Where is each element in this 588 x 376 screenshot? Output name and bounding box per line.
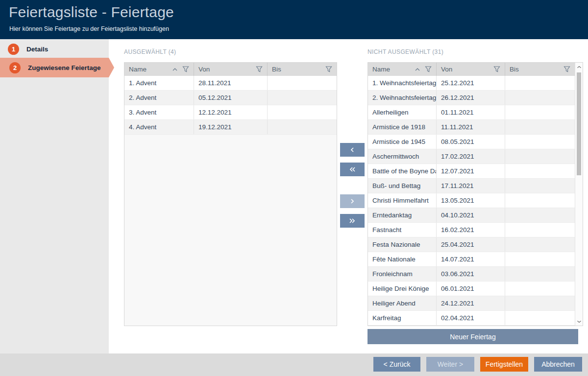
cell-bis	[505, 179, 575, 193]
cell-bis	[505, 164, 575, 178]
table-row[interactable]: Fête Nationale14.07.2021	[368, 252, 575, 267]
cell-name: Festa Nazionale	[368, 237, 437, 252]
table-row[interactable]: Erntedanktag04.10.2021	[368, 208, 575, 223]
cell-bis	[505, 135, 575, 149]
move-all-to-unselected-button[interactable]	[340, 214, 365, 228]
sort-ascending-icon	[172, 68, 178, 71]
unselected-holidays-table: Name Von Bis 1. Weihnachtsfeiertag25.12.…	[368, 62, 583, 326]
cell-von: 11.11.2021	[437, 120, 505, 134]
dialog-footer: < Zurück Weiter > Fertigstellen Abbreche…	[0, 353, 588, 376]
column-header-von[interactable]: Von	[437, 63, 505, 76]
cell-bis	[505, 267, 575, 281]
scroll-down-icon[interactable]	[575, 318, 583, 325]
cell-name: Fastnacht	[368, 223, 437, 237]
table-row[interactable]: Heilige Drei Könige06.01.2021	[368, 282, 575, 296]
column-header-name[interactable]: Name	[368, 63, 437, 76]
scroll-up-icon[interactable]	[575, 63, 583, 70]
table-row[interactable]: Christi Himmelfahrt13.05.2021	[368, 193, 575, 208]
step-label: Zugewiesene Feiertage	[28, 64, 101, 71]
cell-von: 12.12.2021	[194, 105, 268, 119]
cell-von: 19.12.2021	[194, 120, 268, 134]
cell-bis	[268, 120, 337, 134]
table-row[interactable]: Fronleichnam03.06.2021	[368, 267, 575, 282]
table-row[interactable]: 4. Advent19.12.2021	[124, 120, 337, 135]
cell-bis	[505, 208, 575, 222]
column-header-bis[interactable]: Bis	[268, 63, 337, 76]
filter-icon[interactable]	[564, 66, 570, 72]
cell-name: Buß- und Bettag	[368, 179, 437, 193]
unselected-panel-title: NICHT AUSGEWÄHLT (31)	[368, 48, 443, 55]
cell-bis	[505, 76, 575, 90]
move-to-unselected-button[interactable]	[340, 194, 365, 208]
cell-name: Armistice de 1918	[368, 120, 437, 134]
filter-icon[interactable]	[182, 66, 189, 72]
vertical-scrollbar[interactable]	[575, 63, 583, 326]
cell-name: Erntedanktag	[368, 208, 437, 222]
table-row[interactable]: Battle of the Boyne Da12.07.2021	[368, 164, 575, 179]
double-chevron-right-icon	[348, 217, 356, 224]
cell-bis	[505, 296, 575, 310]
step-zugewiesene-feiertage[interactable]: 2 Zugewiesene Feiertage	[0, 58, 109, 77]
cell-von: 04.10.2021	[437, 208, 505, 222]
step-number-badge: 2	[9, 62, 21, 73]
table-row[interactable]: 3. Advent12.12.2021	[124, 105, 337, 120]
cell-von: 01.11.2021	[437, 105, 505, 119]
cell-name: Heiliger Abend	[368, 296, 437, 310]
column-header-von[interactable]: Von	[194, 63, 268, 76]
table-row[interactable]: Karfreitag02.04.2021	[368, 311, 575, 326]
table-row[interactable]: Aschermittwoch17.02.2021	[368, 149, 575, 164]
new-holiday-button[interactable]: Neuer Feiertag	[368, 329, 578, 344]
cell-name: Allerheiligen	[368, 105, 437, 119]
cell-bis	[505, 91, 575, 105]
finish-button[interactable]: Fertigstellen	[480, 357, 528, 372]
table-row[interactable]: 1. Weihnachtsfeiertag25.12.2021	[368, 76, 575, 91]
column-header-bis[interactable]: Bis	[505, 63, 575, 76]
cell-bis	[505, 105, 575, 119]
cell-von: 06.01.2021	[437, 282, 505, 296]
table-row[interactable]: Allerheiligen01.11.2021	[368, 105, 575, 120]
move-all-to-selected-button[interactable]	[340, 163, 365, 176]
table-row[interactable]: Buß- und Bettag17.11.2021	[368, 179, 575, 193]
column-header-label: Name	[372, 66, 390, 73]
table-row[interactable]: Festa Nazionale25.04.2021	[368, 237, 575, 252]
table-row[interactable]: Armistice de 191811.11.2021	[368, 120, 575, 135]
chevron-right-icon	[349, 198, 355, 205]
cell-bis	[505, 193, 575, 208]
sort-ascending-icon	[415, 68, 420, 71]
cell-bis	[505, 120, 575, 134]
cancel-button[interactable]: Abbrechen	[534, 357, 582, 372]
cell-von: 17.11.2021	[437, 179, 505, 193]
cell-name: Heilige Drei Könige	[368, 282, 437, 296]
column-header-name[interactable]: Name	[124, 63, 194, 76]
filter-icon[interactable]	[325, 66, 332, 72]
step-details[interactable]: 1 Details	[0, 39, 109, 59]
table-header-row: Name Von Bis	[368, 63, 575, 76]
filter-icon[interactable]	[493, 66, 500, 72]
cell-bis	[268, 105, 337, 119]
table-row[interactable]: Armistice de 194508.05.2021	[368, 135, 575, 149]
cell-name: Karfreitag	[368, 311, 437, 325]
back-button[interactable]: < Zurück	[373, 357, 420, 372]
next-button[interactable]: Weiter >	[426, 357, 474, 372]
cell-bis	[505, 149, 575, 164]
cell-bis	[505, 282, 575, 296]
cell-von: 05.12.2021	[194, 91, 268, 105]
filter-icon[interactable]	[256, 66, 263, 72]
filter-icon[interactable]	[425, 66, 432, 72]
table-row[interactable]: Heiliger Abend24.12.2021	[368, 296, 575, 311]
cell-von: 28.11.2021	[194, 76, 268, 90]
table-row[interactable]: 2. Advent05.12.2021	[124, 91, 337, 105]
table-row[interactable]: 2. Weihnachtsfeiertag26.12.2021	[368, 91, 575, 105]
cell-name: Fronleichnam	[368, 267, 437, 281]
table-header-row: Name Von Bis	[124, 63, 337, 76]
cell-name: 3. Advent	[124, 105, 194, 119]
cell-name: 4. Advent	[124, 120, 194, 134]
cell-name: Aschermittwoch	[368, 149, 437, 164]
move-to-selected-button[interactable]	[340, 143, 365, 157]
cell-bis	[505, 237, 575, 252]
scrollbar-thumb[interactable]	[577, 72, 581, 175]
table-row[interactable]: Fastnacht16.02.2021	[368, 223, 575, 237]
table-row[interactable]: 1. Advent28.11.2021	[124, 76, 337, 91]
cell-von: 17.02.2021	[437, 149, 505, 164]
cell-bis	[505, 252, 575, 266]
